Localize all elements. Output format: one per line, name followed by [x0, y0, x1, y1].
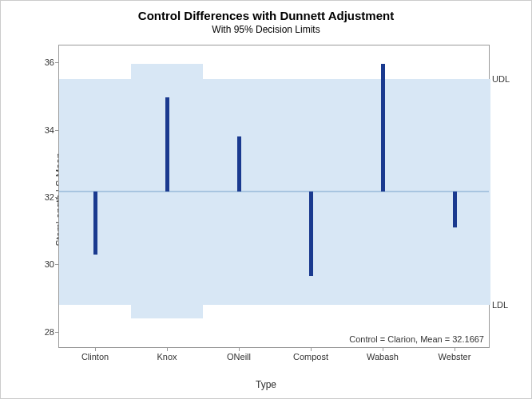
plot-area: 2830323436ClintonKnoxONeillCompostWabash…	[58, 45, 490, 348]
chart-subtitle: With 95% Decision Limits	[1, 22, 531, 35]
control-mean-line	[59, 191, 489, 192]
y-tick-mark	[55, 332, 59, 333]
bar-clinton	[93, 192, 97, 255]
x-tick-mark	[311, 347, 312, 351]
x-tick-mark	[383, 347, 383, 351]
decision-limit-band	[131, 305, 203, 318]
x-tick-mark	[455, 347, 455, 351]
x-tick-mark	[167, 347, 168, 351]
x-tick-mark	[239, 347, 240, 351]
x-tick-mark	[95, 347, 96, 351]
chart-footnote: Control = Clarion, Mean = 32.1667	[349, 334, 484, 344]
chart-title: Control Differences with Dunnett Adjustm…	[1, 1, 531, 22]
bar-compost	[309, 192, 313, 276]
y-tick-mark	[55, 264, 59, 265]
bar-knox	[165, 97, 169, 192]
chart-container: Control Differences with Dunnett Adjustm…	[0, 0, 532, 399]
bar-webster	[453, 192, 457, 227]
udl-label: UDL	[489, 74, 510, 84]
x-axis-label: Type	[256, 379, 276, 390]
decision-limit-band	[131, 64, 203, 79]
y-tick-mark	[55, 197, 59, 198]
ldl-label: LDL	[489, 300, 508, 310]
y-tick-mark	[55, 62, 59, 63]
y-tick-mark	[55, 130, 59, 131]
bar-oneill	[237, 136, 241, 192]
bar-wabash	[381, 64, 385, 192]
